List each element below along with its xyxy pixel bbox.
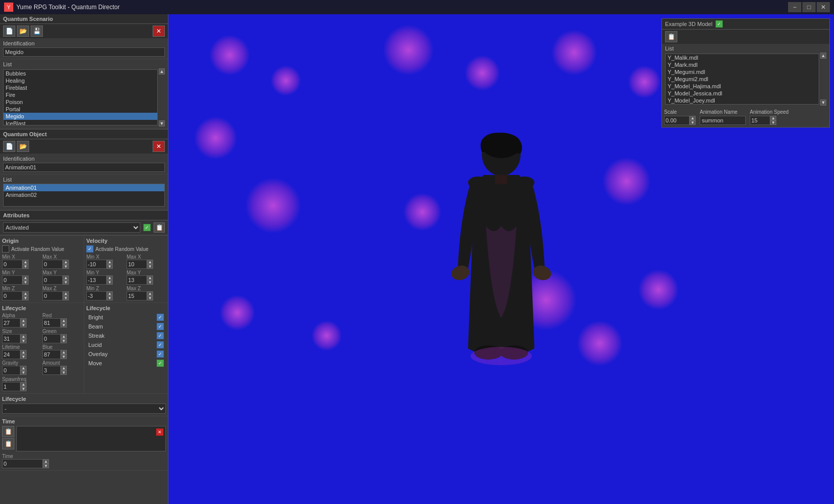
time-val-up[interactable]: ▲ xyxy=(43,459,49,464)
model-list-item[interactable]: Y_Megumi.mdl xyxy=(666,68,819,75)
bright-checkbox[interactable]: ✓ xyxy=(157,314,164,321)
scenario-save-btn[interactable]: 💾 xyxy=(31,26,43,37)
blue-up[interactable]: ▲ xyxy=(61,350,67,355)
close-button[interactable]: ✕ xyxy=(817,2,830,12)
minimize-button[interactable]: − xyxy=(788,2,801,12)
lifetime-up[interactable]: ▲ xyxy=(20,350,27,355)
blue-down[interactable]: ▼ xyxy=(61,355,67,359)
scenario-list-item[interactable]: Megido xyxy=(4,113,157,120)
qo-open-btn[interactable]: 📂 xyxy=(17,141,29,152)
lifetime-input[interactable] xyxy=(2,350,20,359)
green-down[interactable]: ▼ xyxy=(61,339,67,343)
amount-up[interactable]: ▲ xyxy=(61,366,67,370)
origin-min-x-down[interactable]: ▼ xyxy=(22,264,29,269)
origin-max-z-down[interactable]: ▼ xyxy=(63,296,69,300)
scale-input[interactable] xyxy=(664,116,690,125)
lucid-checkbox[interactable]: ✓ xyxy=(157,341,164,348)
red-down[interactable]: ▼ xyxy=(61,323,67,327)
origin-max-z-up[interactable]: ▲ xyxy=(63,291,69,296)
activated-checkbox[interactable]: ✓ xyxy=(143,224,151,231)
origin-max-x-up[interactable]: ▲ xyxy=(63,260,69,264)
anim-speed-down[interactable]: ▼ xyxy=(770,120,776,125)
qo-list-item[interactable]: Animation01 xyxy=(4,184,164,191)
origin-min-y-down[interactable]: ▼ xyxy=(22,280,29,285)
model-list[interactable]: Y_Malik.mdlY_Mark.mdlY_Megumi.mdlY_Megum… xyxy=(665,54,819,105)
green-input[interactable] xyxy=(42,334,61,343)
size-input[interactable] xyxy=(2,334,20,343)
origin-min-z-up[interactable]: ▲ xyxy=(22,291,29,296)
model-panel-enable-checkbox[interactable]: ✓ xyxy=(716,20,723,28)
attributes-select[interactable]: Activated xyxy=(3,222,140,233)
scenario-list-item[interactable]: IceBlast xyxy=(4,120,157,125)
anim-speed-up[interactable]: ▲ xyxy=(770,116,776,120)
spawnfreq-up[interactable]: ▲ xyxy=(20,382,27,387)
origin-min-z-down[interactable]: ▼ xyxy=(22,296,29,300)
green-up[interactable]: ▲ xyxy=(61,334,67,339)
scenario-open-btn[interactable]: 📂 xyxy=(17,26,29,37)
amount-down[interactable]: ▼ xyxy=(61,370,67,375)
blue-input[interactable] xyxy=(42,350,61,359)
vel-max-x-down[interactable]: ▼ xyxy=(147,264,153,269)
maximize-button[interactable]: □ xyxy=(802,2,816,12)
vel-max-y-down[interactable]: ▼ xyxy=(147,280,153,285)
scenario-list-item[interactable]: Fireblast xyxy=(4,84,157,91)
lifecycle-dropdown[interactable]: - xyxy=(2,404,166,414)
scenario-new-btn[interactable]: 📄 xyxy=(3,26,15,37)
vel-min-z-down[interactable]: ▼ xyxy=(107,296,113,300)
model-list-item[interactable]: Y_Megumi2.mdl xyxy=(666,75,819,83)
spawnfreq-input[interactable] xyxy=(2,382,20,391)
alpha-down[interactable]: ▼ xyxy=(20,323,27,327)
attr-copy-btn[interactable]: 📋 xyxy=(154,222,165,233)
scenario-delete-btn[interactable]: ✕ xyxy=(153,26,165,37)
vel-min-z-up[interactable]: ▲ xyxy=(107,291,113,296)
streak-checkbox[interactable]: ✓ xyxy=(157,332,164,339)
vel-min-x-input[interactable] xyxy=(86,260,107,269)
vel-max-y-input[interactable] xyxy=(127,275,147,285)
amount-input[interactable] xyxy=(42,366,61,375)
vel-max-z-up[interactable]: ▲ xyxy=(147,291,153,296)
identification-input[interactable] xyxy=(3,47,165,57)
scenario-list-item[interactable]: Healing xyxy=(4,77,157,84)
scale-up[interactable]: ▲ xyxy=(690,116,696,120)
model-list-item[interactable]: Y_Mark.mdl xyxy=(666,61,819,68)
vel-min-y-down[interactable]: ▼ xyxy=(107,280,113,285)
origin-min-z-input[interactable] xyxy=(2,291,22,300)
scenario-list-item[interactable]: Poison xyxy=(4,98,157,106)
scenario-list[interactable]: BubblesHealingFireblastFirePoisonPortalM… xyxy=(3,69,158,125)
red-up[interactable]: ▲ xyxy=(61,318,67,323)
model-scroll-up[interactable]: ▲ xyxy=(820,53,826,59)
move-checkbox[interactable]: ✓ xyxy=(157,360,164,367)
anim-speed-input[interactable] xyxy=(750,116,770,125)
model-list-item[interactable]: Y_Rufus.mdl xyxy=(666,104,819,105)
time-btn-1[interactable]: 📋 xyxy=(2,426,14,437)
overlay-checkbox[interactable]: ✓ xyxy=(157,350,164,358)
scenario-list-item[interactable]: Bubbles xyxy=(4,70,157,77)
time-val-input[interactable] xyxy=(2,459,43,468)
beam-checkbox[interactable]: ✓ xyxy=(157,323,164,330)
qo-list[interactable]: Animation01Animation02 xyxy=(3,184,165,207)
origin-max-y-down[interactable]: ▼ xyxy=(63,280,69,285)
red-input[interactable] xyxy=(42,318,61,327)
origin-max-y-up[interactable]: ▲ xyxy=(63,275,69,280)
scenario-scroll-up[interactable]: ▲ xyxy=(159,68,165,74)
origin-min-y-input[interactable] xyxy=(2,275,22,285)
origin-min-x-input[interactable] xyxy=(2,260,22,269)
scenario-scroll-down[interactable]: ▼ xyxy=(159,120,165,127)
vel-min-x-up[interactable]: ▲ xyxy=(107,260,113,264)
size-up[interactable]: ▲ xyxy=(20,334,27,339)
model-scroll-down[interactable]: ▼ xyxy=(820,99,826,106)
vel-min-z-input[interactable] xyxy=(86,291,107,300)
size-down[interactable]: ▼ xyxy=(20,339,27,343)
vel-max-y-up[interactable]: ▲ xyxy=(147,275,153,280)
origin-max-y-input[interactable] xyxy=(42,275,63,285)
vel-min-x-down[interactable]: ▼ xyxy=(107,264,113,269)
scenario-list-item[interactable]: Portal xyxy=(4,106,157,113)
time-val-down[interactable]: ▼ xyxy=(43,464,49,468)
gravity-down[interactable]: ▼ xyxy=(20,370,27,375)
model-file-btn[interactable]: 📋 xyxy=(665,31,677,42)
anim-name-input[interactable] xyxy=(700,116,746,125)
gravity-up[interactable]: ▲ xyxy=(20,366,27,370)
model-list-item[interactable]: Y_Malik.mdl xyxy=(666,54,819,61)
lifetime-down[interactable]: ▼ xyxy=(20,355,27,359)
vel-min-y-up[interactable]: ▲ xyxy=(107,275,113,280)
